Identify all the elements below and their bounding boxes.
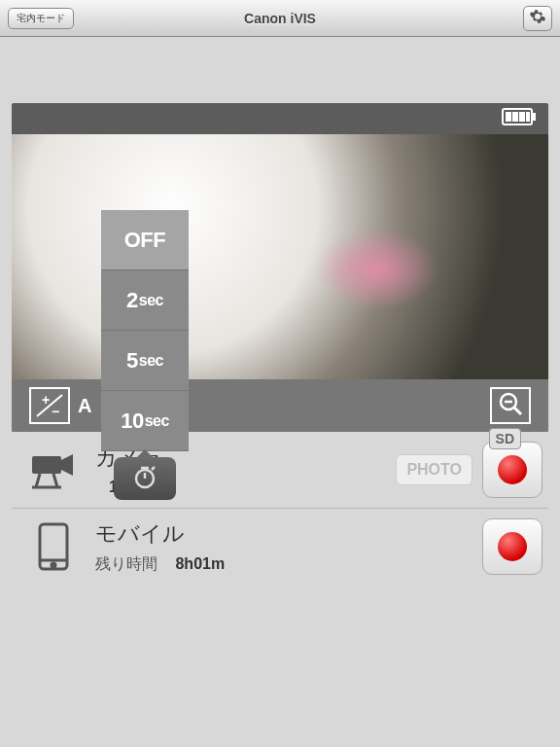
- svg-rect-11: [32, 456, 61, 474]
- magnifier-icon: [497, 391, 524, 420]
- svg-rect-3: [512, 112, 518, 122]
- exposure-icon: +−: [29, 387, 70, 424]
- svg-line-12: [36, 474, 40, 487]
- device-list: カメラ 15h26m SD PHOTO モバイル 残り時間 8h01m: [12, 432, 548, 585]
- svg-rect-2: [506, 112, 511, 122]
- timer-option-10s[interactable]: 10sec: [101, 391, 189, 451]
- settings-button[interactable]: [523, 6, 552, 31]
- self-timer-button[interactable]: [114, 457, 176, 500]
- timer-option-2s[interactable]: 2sec: [101, 270, 189, 331]
- timer-option-5s[interactable]: 5sec: [101, 331, 189, 391]
- svg-text:+: +: [42, 393, 50, 408]
- timer-option-off[interactable]: OFF: [101, 210, 189, 270]
- svg-point-17: [52, 563, 55, 567]
- mode-button[interactable]: 宅内モード: [8, 8, 74, 29]
- sd-badge: SD: [489, 428, 521, 449]
- record-icon: [498, 532, 527, 561]
- mobile-row: モバイル 残り時間 8h01m: [12, 509, 548, 585]
- mobile-remaining-value: 8h01m: [175, 555, 225, 572]
- svg-line-21: [152, 467, 155, 470]
- status-strip: +− A: [12, 379, 548, 432]
- svg-text:−: −: [52, 404, 59, 418]
- zoom-button[interactable]: [490, 387, 531, 424]
- photo-button[interactable]: PHOTO: [396, 454, 472, 485]
- svg-line-9: [514, 408, 521, 414]
- timer-icon: [132, 464, 158, 493]
- battery-icon: [502, 108, 537, 129]
- camcorder-icon: [12, 450, 95, 489]
- svg-rect-1: [533, 113, 536, 121]
- record-icon: [498, 455, 527, 484]
- live-preview[interactable]: [12, 134, 548, 379]
- gear-icon: [529, 8, 546, 28]
- svg-line-13: [53, 474, 57, 487]
- preview-panel: +− A: [12, 103, 548, 432]
- timer-popover: OFF 2sec 5sec 10sec: [101, 210, 189, 500]
- exposure-label: A: [78, 395, 91, 417]
- mobile-record-button[interactable]: [482, 518, 542, 575]
- svg-rect-4: [519, 112, 525, 122]
- camera-row: カメラ 15h26m SD PHOTO: [12, 432, 548, 509]
- mobile-title: モバイル: [95, 519, 482, 549]
- phone-icon: [12, 521, 95, 572]
- toolbar: 宅内モード Canon iVIS: [0, 0, 560, 37]
- camera-record-button[interactable]: [482, 442, 542, 498]
- mobile-remaining-label: 残り時間: [95, 555, 158, 572]
- app-title: Canon iVIS: [0, 11, 560, 26]
- svg-rect-5: [526, 112, 530, 122]
- exposure-button[interactable]: +− A: [29, 387, 91, 424]
